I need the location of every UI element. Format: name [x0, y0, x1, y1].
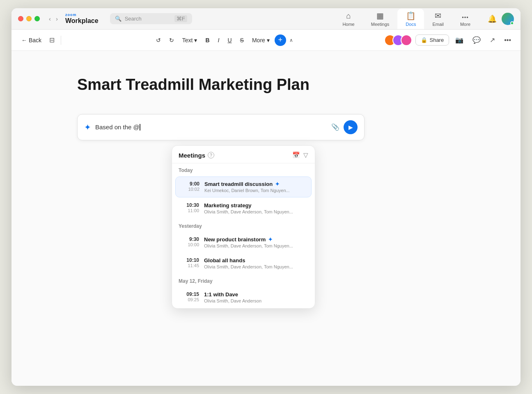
more-dropdown-icon: ▾ [267, 37, 270, 44]
nav-item-docs[interactable]: 📋 Docs [397, 9, 424, 29]
nav-item-meetings[interactable]: ▦ Meetings [363, 9, 398, 29]
meeting-info: New product brainstorm ✦ Olivia Smith, D… [204, 236, 305, 248]
search-icon: 🔍 [115, 16, 122, 22]
external-link-button[interactable]: ↗ [487, 34, 498, 46]
toolbar-center: ↺ ↻ Text ▾ B I U S More ▾ + ∧ [153, 34, 295, 46]
meeting-name: Marketing strategy [204, 202, 305, 208]
notification-bell-icon[interactable]: 🔔 [488, 14, 497, 23]
email-icon: ✉ [435, 11, 441, 21]
meetings-calendar-button[interactable]: 📅 [292, 151, 300, 159]
titlebar: ‹ › zoom Workplace 🔍 Search ⌘F ⌂ Home ▦ … [11, 8, 521, 30]
meeting-time: 10:30 11:00 [182, 202, 199, 213]
nav-item-email[interactable]: ✉ Email [424, 9, 452, 29]
bold-button[interactable]: B [202, 35, 213, 46]
meeting-ai-icon: ✦ [275, 181, 280, 187]
titlebar-nav: ⌂ Home ▦ Meetings 📋 Docs ✉ Email ••• Mor… [334, 9, 479, 29]
meeting-info: Marketing strategy Olivia Smith, Dave An… [204, 202, 305, 214]
meeting-participants: Olivia Smith, Dave Anderson, Tom Nguyen.… [204, 209, 305, 214]
ai-input-text[interactable]: Based on the @ [95, 124, 327, 131]
nav-arrows: ‹ › [47, 14, 60, 23]
meetings-filter-button[interactable]: ▽ [303, 151, 308, 159]
more-formatting-button[interactable]: More ▾ [249, 35, 273, 46]
text-style-button[interactable]: Text ▾ [179, 35, 201, 46]
logo-zoom-text: zoom [65, 13, 99, 17]
meeting-time: 10:10 11:45 [182, 257, 199, 268]
meeting-time: 9:00 10:02 [182, 181, 200, 192]
meeting-item[interactable]: 9:00 10:02 Smart treadmill discussion ✦ … [175, 176, 312, 197]
meeting-participants: Olivia Smith, Dave Anderson, Tom Nguyen.… [204, 243, 305, 248]
back-button[interactable]: ← Back [18, 35, 45, 46]
meeting-time: 9:30 10:00 [182, 236, 199, 247]
forward-arrow[interactable]: › [54, 14, 60, 23]
insert-button[interactable]: + [275, 34, 286, 46]
meeting-info: Smart treadmill discussion ✦ Kei Umekoc,… [204, 181, 305, 193]
doc-area: Smart Treadmill Marketing Plan ✦ Based o… [11, 51, 521, 157]
undo-button[interactable]: ↺ [153, 35, 164, 46]
back-arrow[interactable]: ‹ [47, 14, 53, 23]
search-bar[interactable]: 🔍 Search ⌘F [110, 13, 192, 24]
meetings-help-icon[interactable]: ? [208, 152, 214, 158]
docs-icon: 📋 [406, 11, 416, 21]
meetings-header-icons: 📅 ▽ [292, 151, 308, 159]
collaborators-group [384, 34, 412, 46]
back-arrow-icon: ← [21, 37, 27, 44]
titlebar-right: 🔔 [488, 13, 514, 25]
meeting-item[interactable]: 10:30 11:00 Marketing strategy Olivia Sm… [175, 198, 312, 218]
ai-star-icon: ✦ [84, 122, 91, 132]
meeting-item[interactable]: 09:15 09:25 1:1 with Dave Olivia Smith, … [175, 287, 312, 307]
nav-item-more[interactable]: ••• More [452, 12, 479, 29]
meeting-name: Smart treadmill discussion ✦ [204, 181, 305, 187]
meetings-section-may12: May 12, Friday [172, 274, 315, 286]
text-dropdown-icon: ▾ [194, 37, 197, 44]
minimize-button[interactable] [26, 16, 32, 21]
ai-send-button[interactable]: ▶ [344, 120, 358, 134]
toolbar-separator-1 [61, 36, 61, 45]
sidebar-toggle-button[interactable]: ⊟ [46, 34, 57, 46]
meeting-item[interactable]: 9:30 10:00 New product brainstorm ✦ Oliv… [175, 232, 312, 252]
meeting-name: New product brainstorm ✦ [204, 236, 305, 243]
video-button[interactable]: 📷 [452, 34, 466, 46]
meetings-section-yesterday: Yesterday [172, 219, 315, 231]
traffic-lights [18, 16, 40, 21]
collaborator-avatar-3 [401, 34, 412, 46]
search-shortcut: ⌘F [174, 15, 187, 22]
main-content: Smart Treadmill Marketing Plan ✦ Based o… [11, 51, 521, 386]
meeting-time: 09:15 09:25 [182, 291, 199, 302]
meetings-panel-title: Meetings [179, 152, 205, 159]
search-label: Search [125, 16, 142, 22]
meeting-info: 1:1 with Dave Olivia Smith, Dave Anderso… [204, 291, 305, 303]
ai-input-container[interactable]: ✦ Based on the @ 📎 ▶ [77, 114, 365, 140]
user-avatar[interactable] [502, 13, 514, 25]
meeting-participants: Olivia Smith, Dave Anderson [204, 298, 305, 303]
meeting-name: Global all hands [204, 257, 305, 263]
underline-button[interactable]: U [224, 35, 235, 46]
doc-title: Smart Treadmill Marketing Plan [77, 76, 455, 94]
meeting-info: Global all hands Olivia Smith, Dave Ande… [204, 257, 305, 269]
text-cursor [140, 124, 140, 131]
meeting-participants: Olivia Smith, Dave Anderson, Tom Nguyen.… [204, 264, 305, 269]
more-dots-icon: ••• [462, 14, 469, 21]
share-button[interactable]: 🔒 Share [415, 34, 449, 46]
comment-button[interactable]: 💬 [470, 34, 484, 46]
logo-workplace-text: Workplace [65, 17, 99, 25]
meeting-ai-icon: ✦ [268, 236, 273, 243]
app-window: ‹ › zoom Workplace 🔍 Search ⌘F ⌂ Home ▦ … [11, 8, 521, 386]
ai-attach-button[interactable]: 📎 [331, 123, 339, 131]
toolbar-right: 🔒 Share 📷 💬 ↗ ••• [384, 34, 514, 46]
meeting-participants: Kei Umekoc, Daniel Brown, Tom Nguyen... [204, 188, 305, 193]
online-status-dot [510, 21, 514, 25]
more-options-button[interactable]: ••• [501, 34, 514, 46]
logo: zoom Workplace [65, 13, 99, 24]
nav-item-home[interactable]: ⌂ Home [334, 9, 362, 29]
home-icon: ⌂ [346, 11, 351, 21]
meetings-section-today: Today [172, 163, 315, 176]
meeting-item[interactable]: 10:10 11:45 Global all hands Olivia Smit… [175, 253, 312, 273]
meeting-name: 1:1 with Dave [204, 291, 305, 298]
close-button[interactable] [18, 16, 23, 21]
strikethrough-button[interactable]: S [237, 35, 247, 46]
maximize-button[interactable] [34, 16, 40, 21]
redo-button[interactable]: ↻ [166, 35, 177, 46]
italic-button[interactable]: I [215, 35, 223, 46]
meetings-header: Meetings ? 📅 ▽ [172, 146, 315, 163]
collapse-button[interactable]: ∧ [288, 36, 295, 45]
